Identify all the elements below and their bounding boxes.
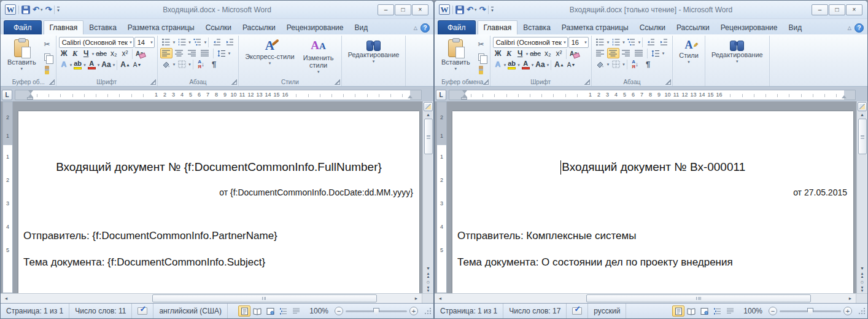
- font-size-combo[interactable]: 14▾: [134, 37, 155, 48]
- quick-styles-button[interactable]: А Экспресс-стили ▾: [241, 37, 298, 68]
- left-indent-marker[interactable]: [27, 97, 33, 100]
- right-indent-marker[interactable]: [408, 93, 413, 98]
- vertical-scrollbar[interactable]: ▲ ▼ ▲▲ ○ ▼▼: [856, 101, 867, 293]
- quick-styles-dropdown-icon[interactable]: ▾: [269, 61, 271, 65]
- tab-mailings[interactable]: Рассылки: [237, 21, 281, 34]
- vertical-scrollbar[interactable]: ▲ ▼ ▲▲ ○ ▼▼: [422, 101, 433, 293]
- word-count-cell[interactable]: Число слов: 17: [503, 304, 567, 318]
- horizontal-scroll-thumb[interactable]: [586, 294, 812, 302]
- tab-page-layout[interactable]: Разметка страницы: [556, 21, 634, 34]
- document-subject-line[interactable]: Тема документа: {f:DocumentCommonInfo.Su…: [23, 256, 265, 269]
- ruler-toggle-button[interactable]: [858, 102, 867, 111]
- bullets-dropdown-icon[interactable]: ▾: [173, 41, 176, 44]
- underline-dropdown-icon[interactable]: ▾: [526, 52, 529, 56]
- zoom-slider-thumb[interactable]: [807, 308, 813, 315]
- grow-font-button[interactable]: А▲: [553, 60, 565, 70]
- resize-grip[interactable]: [858, 307, 866, 315]
- format-painter-button[interactable]: [41, 65, 53, 76]
- change-case-button[interactable]: Аа: [100, 60, 112, 70]
- title-bar[interactable]: W ↶ ▾ ↷ ▾ Входящий.docx - Microsoft Word…: [1, 1, 433, 19]
- zoom-slider[interactable]: [780, 310, 841, 312]
- decrease-indent-button[interactable]: [211, 37, 223, 47]
- document-sender-line[interactable]: Отправитель: Комплексные системы: [457, 230, 636, 242]
- word-logo-icon[interactable]: W: [439, 4, 450, 15]
- save-icon[interactable]: [21, 6, 30, 14]
- fullscreen-reading-view-button[interactable]: [685, 305, 697, 317]
- underline-button[interactable]: Ч: [81, 49, 91, 59]
- document-sender-line[interactable]: Отправитель: {f:DocumentCommonInfo.Partn…: [23, 230, 277, 242]
- bold-button[interactable]: Ж: [59, 49, 69, 59]
- multilevel-list-button[interactable]: [192, 37, 204, 47]
- shading-dropdown-icon[interactable]: ▾: [607, 63, 610, 66]
- scroll-up-icon[interactable]: ▲: [426, 112, 430, 117]
- font-size-dropdown-icon[interactable]: ▾: [150, 41, 153, 44]
- document-heading-line[interactable]: Входящий документ № Вх-000011: [452, 160, 853, 175]
- tab-references[interactable]: Ссылки: [200, 21, 237, 34]
- web-layout-view-button[interactable]: [698, 305, 710, 317]
- next-page-button[interactable]: ▼▼: [861, 286, 864, 293]
- text-effects-button[interactable]: А: [59, 60, 69, 70]
- help-icon[interactable]: ?: [854, 23, 864, 33]
- customize-qat-icon[interactable]: ▾: [491, 7, 494, 13]
- grow-font-button[interactable]: А▲: [119, 60, 131, 70]
- tab-references[interactable]: Ссылки: [634, 21, 671, 34]
- clear-formatting-button[interactable]: Аа: [568, 49, 579, 59]
- clipboard-dialog-launcher[interactable]: [483, 79, 489, 85]
- tab-home[interactable]: Главная: [478, 20, 518, 34]
- undo-dropdown-icon[interactable]: ▾: [475, 7, 477, 12]
- undo-icon[interactable]: ↶: [467, 6, 473, 14]
- font-name-combo[interactable]: Calibri (Основной тек▾: [493, 37, 568, 48]
- vertical-scroll-thumb[interactable]: [858, 119, 867, 154]
- font-color-dropdown-icon[interactable]: ▾: [532, 63, 534, 67]
- paragraph-dialog-launcher[interactable]: [231, 79, 237, 85]
- change-case-dropdown-icon[interactable]: ▾: [547, 63, 549, 67]
- close-button[interactable]: ×: [412, 4, 428, 15]
- sort-button[interactable]: АЯ↓: [195, 59, 207, 69]
- bullets-button[interactable]: [594, 37, 606, 47]
- close-button[interactable]: ×: [846, 4, 862, 15]
- tab-stop-selector[interactable]: L: [436, 90, 446, 100]
- text-effects-dropdown-icon[interactable]: ▾: [70, 63, 72, 67]
- copy-button[interactable]: [475, 52, 487, 63]
- shrink-font-button[interactable]: А▼: [132, 60, 143, 70]
- scroll-down-icon[interactable]: ▼: [426, 266, 430, 271]
- fullscreen-reading-view-button[interactable]: [251, 305, 263, 317]
- change-styles-button[interactable]: АА Изменить стили ▾: [298, 37, 339, 76]
- font-color-button[interactable]: А: [87, 60, 97, 70]
- previous-page-button[interactable]: ▲▲: [861, 272, 864, 278]
- zoom-out-button[interactable]: −: [335, 307, 343, 315]
- superscript-button[interactable]: x²: [554, 49, 564, 59]
- draft-view-button[interactable]: [290, 305, 302, 317]
- shrink-font-button[interactable]: А▼: [566, 60, 577, 70]
- maximize-button[interactable]: □: [395, 4, 411, 15]
- web-layout-view-button[interactable]: [264, 305, 276, 317]
- align-center-button[interactable]: [173, 48, 185, 58]
- bullets-button[interactable]: [160, 37, 172, 47]
- shading-dropdown-icon[interactable]: ▾: [173, 63, 176, 66]
- editing-dropdown-icon[interactable]: ▾: [373, 60, 375, 63]
- format-painter-button[interactable]: [475, 65, 487, 76]
- zoom-level[interactable]: 100%: [306, 307, 332, 315]
- document-page[interactable]: Входящий документ № Вх-000011 от 27.05.2…: [452, 111, 853, 293]
- ruler-toggle-button[interactable]: [424, 102, 433, 111]
- decrease-indent-button[interactable]: [645, 37, 657, 47]
- tab-file[interactable]: Файл: [4, 20, 42, 34]
- sort-button[interactable]: АЯ↓: [629, 59, 641, 69]
- superscript-button[interactable]: x²: [120, 49, 130, 59]
- line-spacing-button[interactable]: [215, 48, 228, 58]
- italic-button[interactable]: К: [504, 49, 514, 59]
- right-indent-marker[interactable]: [842, 93, 847, 98]
- paste-dropdown-icon[interactable]: ▾: [21, 67, 23, 71]
- outline-view-button[interactable]: [277, 305, 289, 317]
- numbering-dropdown-icon[interactable]: ▾: [622, 41, 625, 44]
- styles-dialog-launcher[interactable]: [335, 79, 340, 85]
- paragraph-dialog-launcher[interactable]: [665, 79, 671, 85]
- font-size-combo[interactable]: 16▾: [568, 37, 589, 48]
- show-marks-button[interactable]: ¶: [208, 59, 220, 69]
- highlight-button[interactable]: ab: [506, 60, 517, 70]
- line-spacing-dropdown-icon[interactable]: ▾: [228, 52, 231, 55]
- multilevel-list-button[interactable]: [626, 37, 638, 47]
- borders-dropdown-icon[interactable]: ▾: [622, 63, 625, 66]
- increase-indent-button[interactable]: [657, 37, 670, 47]
- line-spacing-button[interactable]: [649, 48, 662, 58]
